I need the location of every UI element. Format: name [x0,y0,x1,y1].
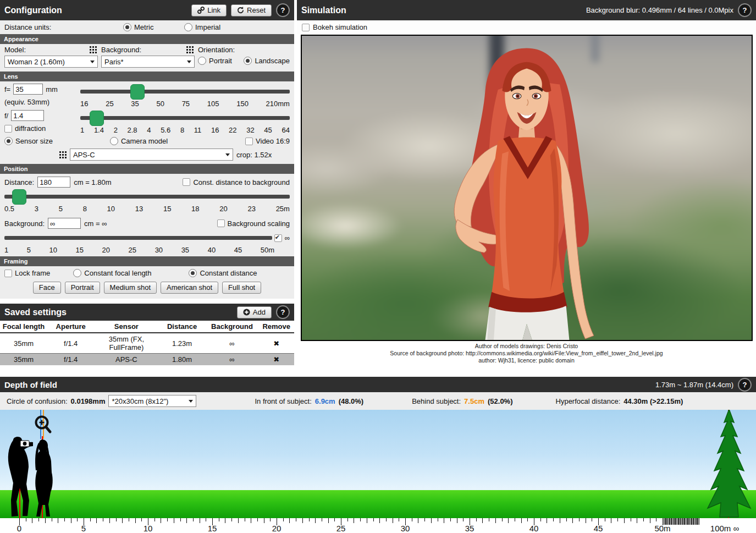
constant-focal-radio[interactable]: Constant focal length [73,269,151,277]
ruler-tick [71,518,71,523]
link-button[interactable]: Link [191,4,227,17]
background-scaling-checkbox[interactable]: Background scaling [217,219,290,228]
metric-radio-circle[interactable] [123,23,131,31]
ruler-tick [154,518,155,521]
link-button-label: Link [207,6,220,15]
ruler-tick [174,518,174,523]
ruler-tick [135,518,136,523]
ruler-label: 100m ∞ [710,524,739,533]
ruler-tick [96,518,97,523]
lock-frame-checkbox[interactable]: Lock frame [4,269,50,277]
framing-preset-button[interactable]: Face [33,282,61,294]
ruler-tick [32,518,32,523]
bokeh-checkbox[interactable] [302,24,310,31]
ruler-tick [624,518,625,523]
background-select[interactable]: Paris* [101,56,195,68]
aperture-tick-label: 32 [246,126,254,134]
sensor-size-radio[interactable]: Sensor size [4,137,53,145]
saved-settings-help-button[interactable]: ? [276,305,290,319]
diffraction-checkbox[interactable]: diffraction [4,124,46,133]
reset-button[interactable]: Reset [231,4,272,17]
ruler-tick [129,518,129,521]
ruler-tick [631,518,631,521]
aperture-slider[interactable] [80,110,290,126]
bokeh-label: Bokeh simulation [313,23,367,31]
background-infinity-checkbox[interactable]: ∞ [274,234,290,242]
focal-equiv-label: (equiv. 53mm) [4,98,74,106]
front-value: 6.9cm [315,397,335,405]
distance-slider-track[interactable] [4,195,290,199]
landscape-radio[interactable]: Landscape [244,57,290,65]
background-distance-input[interactable]: ∞ [48,218,81,229]
aperture-slider-track[interactable] [80,116,290,120]
framing-preset-button[interactable]: Medium shot [104,282,157,294]
aperture-slider-ticks: 11.422.845.68111622324564 [80,126,290,134]
ruler-tick [206,518,206,521]
tree-silhouette[interactable] [705,410,753,518]
framing-preset-button[interactable]: Portrait [65,282,100,294]
constant-distance-radio[interactable]: Constant distance [189,269,257,277]
camera-model-radio[interactable]: Camera model [110,137,168,145]
saved-setting-row[interactable]: 35mmf/1.4APS-C1.80m∞✖ [0,354,294,366]
ruler-tick [38,518,39,521]
const-distance-checkbox[interactable]: Const. distance to background [183,178,290,186]
background-gallery-icon[interactable] [186,46,194,53]
saved-setting-row[interactable]: 35mmf/1.435mm (FX, FullFrame)1.23m∞✖ [0,333,294,354]
ruler-label: 50m [654,524,670,533]
distance-slider-handle[interactable] [12,189,26,205]
background-slider[interactable] [4,230,272,246]
simulation-panel: Simulation Background blur: 0.496mm / 64… [297,0,756,364]
model-label: Model: [4,46,26,54]
video-169-checkbox[interactable]: Video 16:9 [245,137,290,145]
aperture-tick-label: 22 [229,126,236,134]
focal-length-input[interactable]: 35 [13,84,43,95]
saved-setting-cell: f/1.4 [47,333,94,354]
framing-preset-button[interactable]: American shot [161,282,218,294]
ruler-tick [52,518,52,521]
model-select[interactable]: Woman 2 (1.60m) [4,56,98,68]
coc-label: Circle of confusion: [7,397,68,405]
magnifier-icon[interactable] [33,414,54,437]
configuration-help-button[interactable]: ? [276,3,290,17]
ruler-tick [463,518,463,521]
distance-tick-label: 0.5 [4,205,14,213]
focal-length-slider[interactable] [80,84,290,100]
aperture-input[interactable]: 1.4 [11,110,44,121]
model-gallery-icon[interactable] [90,46,97,53]
distance-tick-label: 23 [247,205,255,213]
ruler-tick [283,518,284,521]
simulation-help-button[interactable]: ? [738,3,752,17]
distance-slider-ticks: 0.535810131518202325m [4,205,290,213]
print-size-select[interactable]: *20x30cm (8x12") [108,395,196,407]
remove-setting-button[interactable]: ✖ [258,333,294,354]
aperture-tick-label: 2.8 [128,126,137,134]
imperial-radio-circle[interactable] [184,23,192,31]
aperture-slider-handle[interactable] [90,111,104,126]
reset-button-label: Reset [247,6,266,15]
sensor-select[interactable]: APS-C [70,149,233,161]
dof-help-button[interactable]: ? [738,378,752,392]
imperial-radio[interactable]: Imperial [184,23,220,31]
hyperfocal-value: 44.30m (>22.15m) [623,397,683,405]
distance-slider[interactable] [4,189,290,205]
sensor-gallery-icon[interactable] [59,151,67,158]
distance-input[interactable]: 180 [37,177,70,188]
background-label: Background: [101,46,141,54]
distance-ruler: 05101520253035404550m100m ∞ [0,518,756,533]
add-setting-button[interactable]: Add [237,306,272,318]
dof-header: Depth of field 1.73m ~ 1.87m (14.4cm) ? [0,377,756,392]
simulation-image[interactable] [301,35,753,341]
credit-line: Author of models drawings: Denis Cristo [297,343,756,350]
focal-slider-track[interactable] [80,90,290,94]
metric-radio[interactable]: Metric [123,23,181,31]
focal-slider-handle[interactable] [130,84,145,100]
saved-setting-cell: 35mm (FX, FullFrame) [94,333,158,354]
framing-preset-button[interactable]: Full shot [222,282,261,294]
ruler-tick [572,518,573,523]
portrait-radio[interactable]: Portrait [198,57,232,65]
subject-silhouette[interactable] [31,438,54,518]
ruler-tick [103,518,103,521]
remove-setting-button[interactable]: ✖ [258,354,294,366]
background-slider-track[interactable] [4,236,272,240]
ruler-tick [386,518,387,521]
